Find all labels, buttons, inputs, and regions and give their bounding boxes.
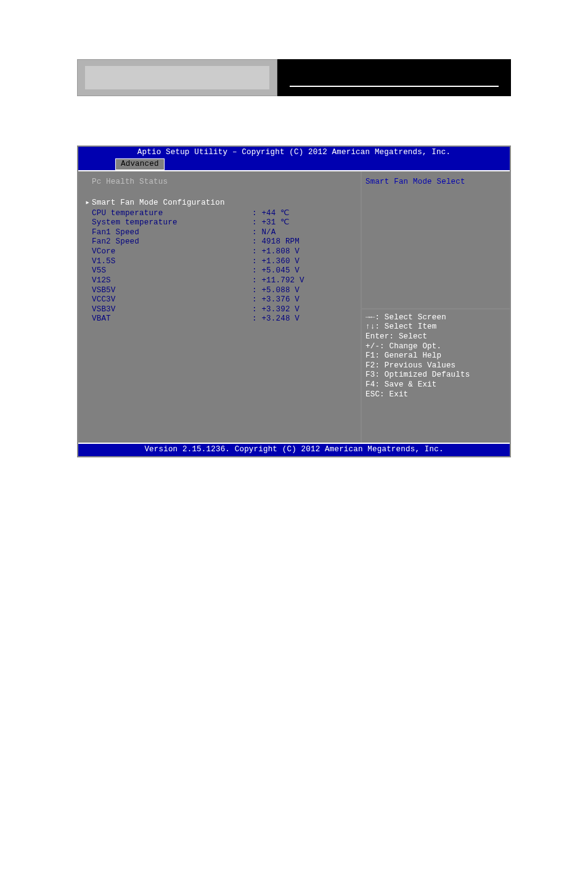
bios-body: Pc Health Status ▸ Smart Fan Mode Config… <box>78 170 510 444</box>
help-title: Smart Fan Mode Select <box>365 178 506 187</box>
label-vcc3v: VCC3V <box>92 295 252 305</box>
help-spacer <box>365 187 506 293</box>
bios-screen: Aptio Setup Utility – Copyright (C) 2012… <box>77 145 511 457</box>
label-v12s: V12S <box>92 276 252 286</box>
label-vcore: VCore <box>92 247 252 257</box>
row-v5s: V5S : +5.045 V <box>83 266 356 276</box>
page-header <box>77 59 511 96</box>
bios-footer: Version 2.15.1236. Copyright (C) 2012 Am… <box>78 444 510 456</box>
help-divider <box>362 308 510 309</box>
label-fan1-speed: Fan1 Speed <box>92 228 252 238</box>
row-cpu-temp: CPU temperature : +44 ℃ <box>83 209 356 219</box>
row-v12s: V12S : +11.792 V <box>83 276 356 286</box>
label-vsb5v: VSB5V <box>92 286 252 296</box>
help-key-general-help: F1: General Help <box>365 351 506 361</box>
label-cpu-temp: CPU temperature <box>92 209 252 219</box>
help-key-select-screen: →←: Select Screen <box>365 313 506 323</box>
label-v5s: V5S <box>92 266 252 276</box>
submenu-arrow-icon: ▸ <box>83 198 92 208</box>
row-vsb5v: VSB5V : +5.088 V <box>83 286 356 296</box>
header-divider-line <box>290 86 499 87</box>
help-key-change-opt: +/-: Change Opt. <box>365 342 506 352</box>
value-v12s: : +11.792 V <box>252 276 356 286</box>
value-fan2-speed: : 4918 RPM <box>252 237 356 247</box>
label-fan2-speed: Fan2 Speed <box>92 237 252 247</box>
help-key-optimized-defaults: F3: Optimized Defaults <box>365 370 506 380</box>
value-v1-5s: : +1.360 V <box>252 257 356 267</box>
value-vbat: : +3.248 V <box>252 314 356 324</box>
value-vcore: : +1.808 V <box>252 247 356 257</box>
help-bottom-pad <box>365 399 506 436</box>
value-vsb3v: : +3.392 V <box>252 305 356 315</box>
header-left-inner <box>85 66 269 89</box>
row-system-temp: System temperature : +31 ℃ <box>83 218 356 228</box>
row-fan2-speed: Fan2 Speed : 4918 RPM <box>83 237 356 247</box>
section-title: Pc Health Status <box>92 178 356 187</box>
value-v5s: : +5.045 V <box>252 266 356 276</box>
value-vcc3v: : +3.376 V <box>252 295 356 305</box>
label-system-temp: System temperature <box>92 218 252 228</box>
bios-tab-row: Advanced <box>78 158 510 171</box>
help-key-save-exit: F4: Save & Exit <box>365 380 506 390</box>
label-vsb3v: VSB3V <box>92 305 252 315</box>
row-vcc3v: VCC3V : +3.376 V <box>83 295 356 305</box>
bios-help-panel: Smart Fan Mode Select →←: Select Screen … <box>361 171 510 443</box>
row-v1-5s: V1.5S : +1.360 V <box>83 257 356 267</box>
label-v1-5s: V1.5S <box>92 257 252 267</box>
row-vsb3v: VSB3V : +3.392 V <box>83 305 356 315</box>
header-left-block <box>77 59 277 96</box>
bios-main-panel: Pc Health Status ▸ Smart Fan Mode Config… <box>78 171 361 443</box>
header-right-block <box>277 59 511 96</box>
bios-titlebar: Aptio Setup Utility – Copyright (C) 2012… <box>78 147 510 158</box>
value-fan1-speed: : N/A <box>252 228 356 238</box>
help-key-previous-values: F2: Previous Values <box>365 361 506 371</box>
value-system-temp: : +31 ℃ <box>252 218 356 228</box>
value-cpu-temp: : +44 ℃ <box>252 209 356 219</box>
tab-advanced[interactable]: Advanced <box>115 158 165 171</box>
row-vbat: VBAT : +3.248 V <box>83 314 356 324</box>
row-fan1-speed: Fan1 Speed : N/A <box>83 228 356 238</box>
value-vsb5v: : +5.088 V <box>252 286 356 296</box>
row-vcore: VCore : +1.808 V <box>83 247 356 257</box>
help-key-esc: ESC: Exit <box>365 390 506 400</box>
submenu-smart-fan[interactable]: ▸ Smart Fan Mode Configuration <box>83 198 356 208</box>
help-keys: →←: Select Screen ↑↓: Select Item Enter:… <box>365 313 506 400</box>
help-key-enter: Enter: Select <box>365 332 506 342</box>
help-key-select-item: ↑↓: Select Item <box>365 322 506 332</box>
submenu-label: Smart Fan Mode Configuration <box>92 198 225 208</box>
label-vbat: VBAT <box>92 314 252 324</box>
